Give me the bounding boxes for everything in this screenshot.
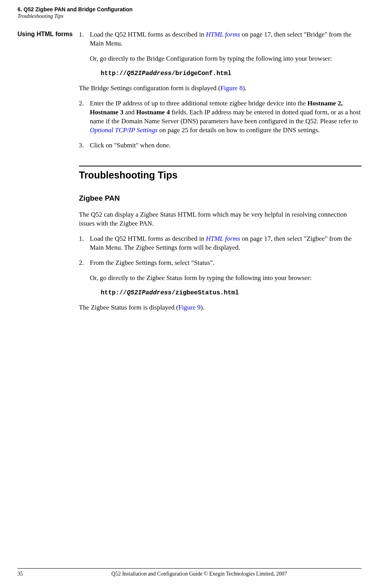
section-divider	[79, 166, 362, 166]
main-content: Load the Q52 HTML forms as described in …	[76, 30, 362, 318]
zigbee-intro-para: The Q52 can display a Zigbee Status HTML…	[79, 210, 362, 228]
bridge-instructions-cont: Enter the IP address of up to three addi…	[79, 99, 362, 150]
step2-bold2: Hostname 4	[136, 108, 169, 116]
step2-p1: Enter the IP address of up to three addi…	[90, 100, 307, 107]
bridge-step-2: Enter the IP address of up to three addi…	[79, 99, 362, 135]
html-forms-link[interactable]: HTML forms	[206, 31, 240, 38]
page-footer: 35 Q52 Installation and Configuration Gu…	[17, 568, 362, 577]
code2-scheme: http://	[101, 289, 127, 296]
step1-or-para: Or, go directly to the Bridge Configurat…	[90, 54, 362, 63]
bridge-step-3: Click on "Submit" when done.	[79, 141, 362, 150]
zstep2-or-para: Or, go directly to the Zigbee Status for…	[90, 274, 362, 283]
html-forms-link-2[interactable]: HTML forms	[206, 235, 240, 242]
chapter-title: 6. Q52 Zigbee PAN and Bridge Configurati…	[17, 6, 362, 12]
zigbee-url-code: http://Q52IPaddress/zigbeeStatus.html	[90, 289, 362, 298]
zigbee-step-2: From the Zigbee Settings form, select "S…	[79, 259, 362, 297]
figure-9-link[interactable]: Figure 9	[178, 304, 201, 311]
step1-text-prefix: Load the Q52 HTML forms as described in	[90, 31, 206, 38]
sidebar-heading: Using HTML forms	[17, 30, 76, 38]
chapter-subtitle: Troubleshooting Tips	[17, 13, 362, 19]
zigbee-pan-heading: Zigbee PAN	[79, 194, 362, 203]
zigbee-step-1: Load the Q52 HTML forms as described in …	[79, 234, 362, 252]
zigbee-displayed-suffix: ).	[201, 304, 204, 311]
step2-p2: and	[123, 108, 136, 116]
zigbee-displayed-prefix: The Zigbee Status form is displayed (	[79, 304, 178, 311]
zigbee-displayed-para: The Zigbee Status form is displayed (Fig…	[79, 303, 362, 312]
page-header: 6. Q52 Zigbee PAN and Bridge Configurati…	[17, 6, 362, 19]
bridge-instructions: Load the Q52 HTML forms as described in …	[79, 30, 362, 78]
footer-text: Q52 Installation and Configuration Guide…	[37, 571, 362, 577]
zigbee-instructions: Load the Q52 HTML forms as described in …	[79, 234, 362, 297]
sidebar: Using HTML forms	[17, 30, 76, 318]
bridge-step-1: Load the Q52 HTML forms as described in …	[79, 30, 362, 78]
zstep1-prefix: Load the Q52 HTML forms as described in	[90, 235, 206, 242]
code-ip-placeholder: Q52IPaddress	[127, 70, 171, 77]
code2-path: /zigbeeStatus.html	[171, 289, 239, 296]
bridge-displayed-para: The Bridge Settings configuration form i…	[79, 84, 362, 93]
code-path: /bridgeConf.html	[171, 70, 231, 77]
optional-tcpip-link[interactable]: Optional TCP/IP Settings	[90, 126, 157, 134]
troubleshooting-heading: Troubleshooting Tips	[79, 170, 362, 181]
bridge-displayed-prefix: The Bridge Settings configuration form i…	[79, 84, 220, 92]
zstep2-text: From the Zigbee Settings form, select "S…	[90, 259, 215, 266]
page-number: 35	[17, 571, 37, 577]
code-scheme: http://	[101, 70, 127, 77]
bridge-url-code: http://Q52IPaddress/bridgeConf.html	[90, 70, 362, 78]
step2-p4: on page 25 for details on how to configu…	[157, 126, 320, 134]
bridge-displayed-suffix: ).	[243, 84, 246, 92]
code2-ip-placeholder: Q52IPaddress	[127, 289, 171, 296]
figure-8-link[interactable]: Figure 8	[220, 84, 243, 92]
